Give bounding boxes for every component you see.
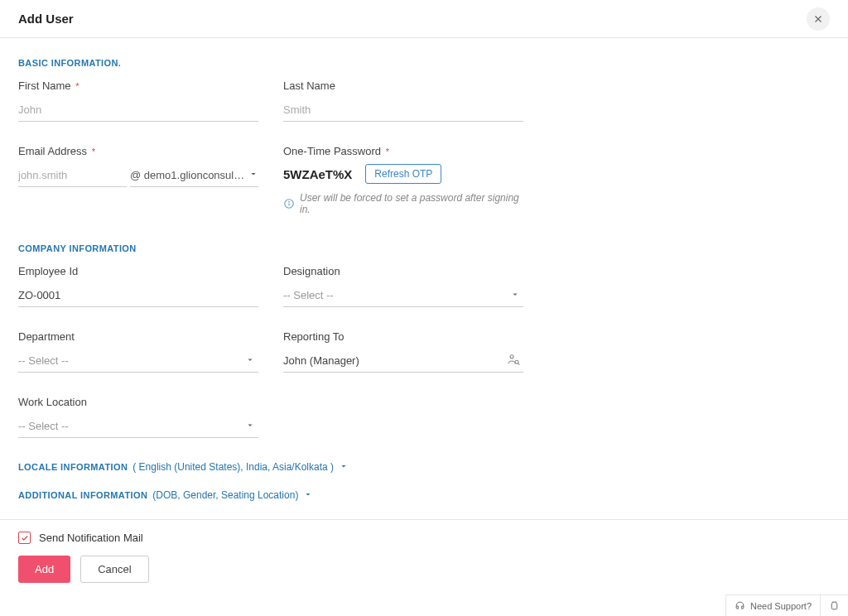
- cancel-button[interactable]: Cancel: [80, 556, 148, 583]
- email-domain-select[interactable]: @ demo1.glionconsulti...: [130, 169, 258, 187]
- headset-icon: [735, 600, 745, 611]
- required-indicator: *: [386, 147, 389, 156]
- notification-checkbox[interactable]: [18, 532, 31, 544]
- locale-info-toggle[interactable]: LOCALE INFORMATION ( English (United Sta…: [18, 461, 830, 473]
- chevron-down-icon: [339, 461, 349, 473]
- notification-label: Send Notification Mail: [39, 532, 143, 544]
- employee-id-input[interactable]: [18, 284, 258, 307]
- svg-point-4: [515, 360, 518, 363]
- last-name-label: Last Name: [283, 79, 523, 92]
- email-label: Email Address *: [18, 145, 258, 157]
- support-extra-button[interactable]: [820, 595, 848, 616]
- close-button[interactable]: [807, 7, 830, 31]
- email-local-input[interactable]: [18, 164, 127, 187]
- department-label: Department: [18, 330, 258, 343]
- company-info-heading: COMPANY INFORMATION: [18, 243, 830, 253]
- chevron-down-icon: [303, 489, 313, 501]
- reporting-to-label: Reporting To: [283, 330, 523, 343]
- modal-header: Add User: [0, 0, 848, 38]
- work-location-select[interactable]: [18, 415, 258, 438]
- required-indicator: *: [75, 81, 79, 91]
- required-indicator: *: [92, 147, 95, 156]
- modal-title: Add User: [18, 12, 74, 26]
- reporting-to-input[interactable]: [283, 349, 523, 373]
- first-name-label: First Name *: [18, 79, 258, 92]
- svg-point-3: [510, 355, 513, 359]
- user-search-icon[interactable]: [507, 353, 520, 368]
- need-support-button[interactable]: Need Support?: [726, 595, 820, 616]
- employee-id-label: Employee Id: [18, 265, 258, 277]
- chevron-down-icon: [248, 169, 258, 181]
- designation-label: Designation: [283, 265, 523, 277]
- info-icon: [283, 198, 295, 209]
- designation-select[interactable]: [283, 284, 523, 307]
- add-button[interactable]: Add: [18, 556, 70, 583]
- otp-value: 5WZAeT%X: [283, 167, 352, 181]
- additional-info-toggle[interactable]: ADDITIONAL INFORMATION (DOB, Gender, Sea…: [18, 489, 830, 501]
- work-location-label: Work Location: [18, 396, 258, 408]
- last-name-input[interactable]: [283, 99, 523, 122]
- modal-footer: Send Notification Mail Add Cancel: [0, 519, 848, 594]
- support-bar: Need Support?: [725, 594, 848, 616]
- otp-hint: User will be forced to set a password af…: [283, 192, 523, 215]
- form-scroll-area[interactable]: BASIC INFORMATION. First Name * Last Nam…: [0, 38, 848, 533]
- close-icon: [812, 13, 824, 25]
- department-select[interactable]: [18, 349, 258, 373]
- otp-label: One-Time Password *: [283, 145, 523, 157]
- first-name-input[interactable]: [18, 99, 258, 122]
- svg-point-2: [289, 201, 290, 202]
- check-icon: [21, 534, 29, 542]
- basic-info-heading: BASIC INFORMATION.: [18, 58, 830, 68]
- jar-icon: [829, 600, 840, 611]
- refresh-otp-button[interactable]: Refresh OTP: [365, 164, 441, 184]
